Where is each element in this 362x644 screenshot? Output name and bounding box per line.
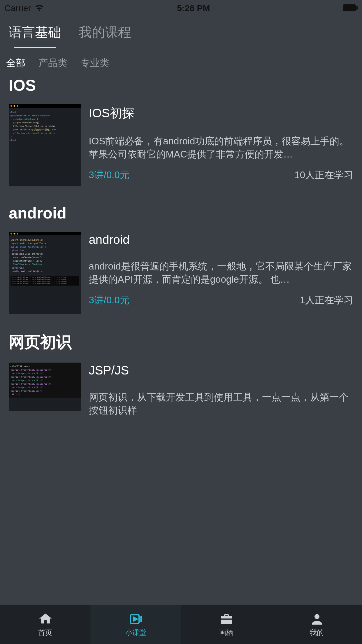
status-time: 5:28 PM (177, 3, 210, 13)
status-left: Carrier (4, 3, 44, 13)
course-thumbnail: import android.os.Bundle; import android… (9, 232, 81, 314)
tab-label: 小课堂 (125, 628, 146, 637)
bottom-tab-bar: 首页 小课堂 画栖 我的 (0, 605, 362, 644)
section-heading: android (9, 204, 353, 222)
tab-label: 画栖 (219, 628, 233, 637)
person-icon (309, 611, 324, 626)
course-learners: 10人正在学习 (294, 169, 353, 182)
course-info: android android是很普遍的手机系统，一般地，它不局限某个生产厂家提… (89, 232, 354, 314)
course-title: JSP/JS (89, 364, 354, 378)
home-icon (38, 611, 53, 626)
svg-rect-0 (343, 4, 356, 11)
course-info: IOS初探 IOS前端必备，有android功底的前端程序员，很容易上手的。苹果… (89, 104, 354, 186)
course-card[interactable]: #end @implementation ViewController - (v… (9, 104, 353, 186)
course-learners: 1人正在学习 (300, 294, 353, 307)
course-card[interactable]: import android.os.Bundle; import android… (9, 232, 353, 314)
course-meta: 3讲/0.0元 10人正在学习 (89, 169, 354, 182)
wifi-icon (35, 4, 44, 11)
top-tab-my-courses[interactable]: 我的课程 (79, 24, 131, 48)
course-list[interactable]: IOS #end @implementation ViewController … (0, 66, 362, 605)
course-thumbnail: #end @implementation ViewController - (v… (9, 104, 81, 186)
section-heading: 网页初识 (9, 332, 353, 353)
tab-home[interactable]: 首页 (0, 605, 91, 644)
course-title: IOS初探 (89, 105, 354, 122)
course-desc: android是很普遍的手机系统，一般地，它不局限某个生产厂家提供的API开源，… (89, 260, 354, 286)
top-tabs: 语言基础 我的课程 (0, 16, 362, 48)
status-bar: Carrier 5:28 PM (0, 0, 362, 16)
top-tab-language-basics[interactable]: 语言基础 (9, 24, 61, 48)
course-price: 3讲/0.0元 (89, 294, 129, 307)
tab-classroom[interactable]: 小课堂 (91, 605, 181, 644)
tab-profile[interactable]: 我的 (272, 605, 362, 644)
course-title: android (89, 233, 354, 247)
tab-label: 我的 (310, 628, 324, 637)
briefcase-icon (219, 611, 234, 626)
carrier-label: Carrier (4, 3, 31, 13)
svg-point-4 (314, 614, 319, 619)
svg-rect-1 (356, 6, 358, 10)
course-thumbnail: <!DOCTYPE html> <script type="text/javas… (9, 363, 81, 411)
svg-rect-3 (140, 616, 142, 622)
tab-gallery[interactable]: 画栖 (181, 605, 272, 644)
play-card-icon (128, 611, 143, 626)
course-info: JSP/JS 网页初识，从下载开发工具到使用工具，一点一点，从第一个按钮初识样 (89, 363, 354, 417)
course-desc: IOS前端必备，有android功底的前端程序员，很容易上手的。苹果公司依耐它的… (89, 135, 354, 161)
tab-label: 首页 (38, 628, 52, 637)
course-desc: 网页初识，从下载开发工具到使用工具，一点一点，从第一个按钮初识样 (89, 391, 354, 417)
section-heading: IOS (9, 76, 353, 94)
course-card[interactable]: <!DOCTYPE html> <script type="text/javas… (9, 363, 353, 417)
course-price: 3讲/0.0元 (89, 169, 129, 182)
course-meta: 3讲/0.0元 1人正在学习 (89, 294, 354, 307)
status-right (343, 4, 358, 11)
battery-icon (343, 4, 358, 11)
